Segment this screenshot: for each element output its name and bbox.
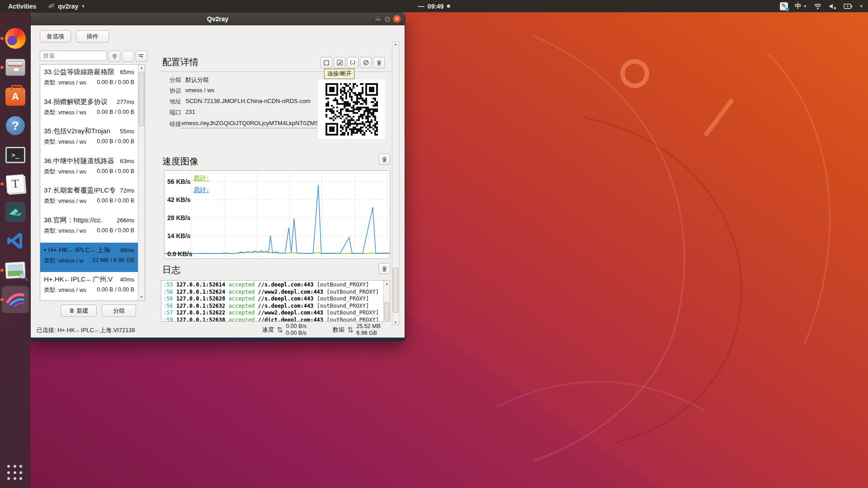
json-braces-icon [349, 60, 356, 66]
square-icon [324, 60, 329, 66]
input-method-icon[interactable]: ✎ [780, 2, 788, 10]
scrollbar-thumb[interactable] [384, 302, 389, 320]
server-list-item[interactable]: 37.长期套餐覆盖IPLC专 72ms 类型: vmess / ws 0.00 … [40, 183, 138, 213]
detail-value: 231 [185, 108, 195, 117]
dock-image-viewer[interactable] [3, 258, 28, 282]
battery-charging-icon[interactable] [844, 3, 853, 10]
scroll-up-icon[interactable]: ▲ [384, 281, 390, 287]
separator [159, 71, 391, 72]
scrollbar-thumb[interactable] [139, 72, 144, 126]
connect-disconnect-button[interactable] [321, 57, 332, 68]
language-indicator[interactable]: 中 ▼ [795, 2, 807, 10]
vscode-icon [6, 231, 25, 250]
clear-log-button[interactable] [378, 263, 390, 274]
window-scrollbar[interactable]: ▲ ▼ [392, 41, 399, 325]
server-type: 类型: vmess / ws [44, 168, 86, 176]
legend-total-up[interactable]: 总计↑ [193, 174, 209, 183]
server-type: 类型: vmess / ws [44, 138, 86, 146]
server-list-item[interactable]: 34.捐赠解锁更多协议 277ms 类型: vmess / ws 0.00 B … [40, 94, 138, 124]
top-bar: Activities qv2ray ▼ — 09:49 ✎ 中 ▼ [0, 0, 868, 12]
detail-value: SCDN.72138.JMOFLH.China-nCDN-nRDS.com [185, 98, 311, 106]
app-menu-label: qv2ray [58, 3, 78, 10]
server-latency: 63ms [120, 158, 134, 164]
server-name: 36.中继中转隧道线路器 [44, 157, 114, 165]
y-tick-label: 28 KB/s [167, 214, 190, 221]
location-pin-icon [112, 53, 118, 60]
running-indicator [0, 183, 4, 186]
share-link-field[interactable]: vmess://eyJhZGQiOiJTQ0ROLjcyMTM4LkpNT0ZM… [181, 118, 317, 128]
sort-button[interactable] [136, 51, 147, 62]
server-list-item[interactable]: 38.官网：https://cc. 266ms 类型: vmess / ws 0… [40, 213, 138, 243]
server-traffic: .52 MB / 6.96 GB [91, 257, 134, 265]
server-latency: 40ms [120, 276, 134, 283]
minimize-button[interactable]: — [374, 15, 382, 23]
dock: A ? >_ T [0, 12, 30, 488]
log-output[interactable]: :55 127.0.0.1:52614 accepted //s.deepl.c… [161, 280, 390, 322]
volume-muted-icon[interactable] [829, 3, 837, 10]
server-list-item[interactable]: H+.HK←IPLC←广州.V 40ms 类型: vmess / ws 0.00… [40, 272, 138, 300]
server-type: 类型: vmess / ws [44, 79, 86, 87]
window-titlebar[interactable]: Qv2ray — ▢ ✕ [31, 13, 405, 25]
blank-tool-button[interactable] [122, 51, 134, 62]
scroll-down-icon[interactable]: ▼ [138, 294, 145, 300]
clock[interactable]: — 09:49 [418, 0, 450, 12]
server-latency: 65ms [120, 69, 134, 75]
server-name: 38.官网：https://cc. [44, 216, 103, 225]
edit-config-button[interactable] [334, 57, 345, 68]
window-title: Qv2ray [207, 15, 228, 23]
dock-ubuntu-software[interactable]: A [3, 84, 28, 109]
latency-test-button[interactable] [108, 51, 120, 62]
dock-firefox[interactable] [3, 26, 28, 51]
clear-graph-button[interactable] [378, 154, 390, 165]
dock-qv2ray[interactable] [3, 287, 28, 312]
ubuntu-software-icon: A [5, 88, 25, 106]
caret-down-icon: ▼ [81, 4, 85, 9]
scroll-up-icon[interactable]: ▲ [138, 65, 145, 71]
firefox-icon [5, 28, 26, 49]
log-line: :56 127.0.0.1:52632 accepted //s.deepl.c… [163, 303, 388, 310]
scroll-up-icon[interactable]: ▲ [392, 42, 399, 46]
edit-json-button[interactable] [347, 57, 359, 68]
server-traffic: 0.00 B / 0.00 B [97, 79, 134, 87]
server-list-scrollbar[interactable]: ▲ ▼ [138, 65, 145, 300]
system-menu-caret-icon[interactable]: ▼ [859, 4, 863, 9]
circle-slash-icon [363, 60, 369, 66]
running-indicator [0, 269, 4, 272]
server-list-item[interactable]: • H+.HK←IPLC←上海 48ms 类型: vmess / w .52 M… [40, 243, 138, 272]
speed-label: 速度 [262, 326, 274, 334]
app-menu[interactable]: qv2ray ▼ [48, 3, 85, 10]
legend-total-down[interactable]: 总计↓ [193, 186, 209, 194]
speed-graph-heading: 速度图像 [162, 155, 198, 168]
dock-terminal[interactable]: >_ [3, 143, 28, 167]
server-list-item[interactable]: 36.中继中转隧道线路器 63ms 类型: vmess / ws 0.00 B … [40, 154, 138, 183]
server-latency: 48ms [120, 247, 134, 253]
delete-config-button[interactable] [373, 57, 385, 68]
close-button[interactable]: ✕ [393, 15, 401, 23]
new-config-button[interactable]: 🗎 新建 [61, 305, 97, 317]
wifi-icon[interactable] [814, 3, 822, 10]
log-line: :56 127.0.0.1:52628 accepted //s.deepl.c… [163, 296, 388, 303]
scrollbar-thumb[interactable] [393, 267, 398, 313]
plugins-button[interactable]: 插件 [76, 30, 109, 42]
dock-vscode[interactable] [3, 229, 28, 253]
server-name: 35.包括V2ray和Trojan [44, 127, 110, 136]
log-line: :57 127.0.0.1:52622 accepted //www2.deep… [163, 310, 388, 317]
dock-text-editor[interactable]: T [3, 172, 28, 196]
activities-button[interactable]: Activities [6, 3, 38, 10]
log-scrollbar[interactable]: ▲ [383, 281, 390, 321]
dock-geary[interactable] [3, 200, 28, 224]
show-applications-button[interactable] [5, 463, 25, 483]
test-latency-button[interactable] [360, 57, 372, 68]
maximize-button[interactable]: ▢ [383, 15, 392, 23]
search-input[interactable] [40, 51, 107, 61]
server-type: 类型: vmess / w [44, 257, 84, 265]
group-button[interactable]: 分组 [102, 305, 136, 317]
server-list-item[interactable]: 35.包括V2ray和Trojan 55ms 类型: vmess / ws 0.… [40, 124, 138, 154]
speed-up-value: 0.00 B/s [286, 323, 307, 330]
files-icon [5, 59, 25, 76]
dock-help[interactable]: ? [3, 113, 28, 138]
server-list-item[interactable]: 33.公益等级線路嚴格限 65ms 类型: vmess / ws 0.00 B … [40, 65, 138, 94]
preferences-button[interactable]: 首选项 [40, 30, 71, 42]
dock-files[interactable] [3, 55, 28, 80]
data-label: 数据 [333, 326, 344, 334]
